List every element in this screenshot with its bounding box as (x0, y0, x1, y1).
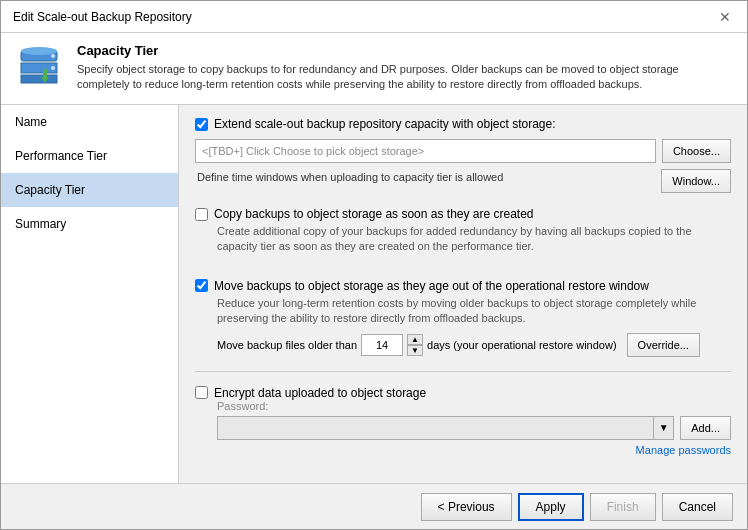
finish-button[interactable]: Finish (590, 493, 656, 521)
password-label: Password: (217, 400, 731, 412)
close-button[interactable]: ✕ (715, 9, 735, 25)
sidebar-item-performance-tier[interactable]: Performance Tier (1, 139, 178, 173)
apply-button[interactable]: Apply (518, 493, 584, 521)
previous-button[interactable]: < Previous (421, 493, 512, 521)
extend-checkbox-label[interactable]: Extend scale-out backup repository capac… (195, 117, 556, 131)
object-storage-row: Choose... (195, 139, 731, 163)
sidebar: Name Performance Tier Capacity Tier Summ… (1, 105, 179, 483)
cancel-button[interactable]: Cancel (662, 493, 733, 521)
password-dropdown-btn[interactable]: ▼ (654, 416, 674, 440)
add-password-button[interactable]: Add... (680, 416, 731, 440)
sidebar-item-name[interactable]: Name (1, 105, 178, 139)
footer: < Previous Apply Finish Cancel (1, 483, 747, 529)
sidebar-item-summary[interactable]: Summary (1, 207, 178, 241)
choose-button[interactable]: Choose... (662, 139, 731, 163)
encrypt-section: Encrypt data uploaded to object storage … (195, 382, 731, 460)
capacity-tier-icon (15, 43, 63, 91)
spinner-down[interactable]: ▼ (407, 345, 423, 356)
password-input[interactable] (217, 416, 654, 440)
move-days-suffix: days (your operational restore window) (427, 339, 617, 351)
move-older-label: Move backup files older than (217, 339, 357, 351)
move-description: Reduce your long-term retention costs by… (217, 296, 731, 327)
encrypt-checkbox-label[interactable]: Encrypt data uploaded to object storage (195, 386, 731, 400)
separator (195, 371, 731, 372)
svg-point-7 (51, 66, 55, 70)
manage-passwords-link[interactable]: Manage passwords (195, 444, 731, 456)
header-title: Capacity Tier (77, 43, 733, 58)
sidebar-item-capacity-tier[interactable]: Capacity Tier (1, 173, 178, 207)
extend-checkbox[interactable] (195, 118, 208, 131)
content-area: Name Performance Tier Capacity Tier Summ… (1, 105, 747, 483)
password-row: ▼ Add... (217, 416, 731, 440)
svg-point-6 (51, 54, 55, 58)
move-checkbox[interactable] (195, 279, 208, 292)
copy-description: Create additional copy of your backups f… (217, 224, 731, 255)
copy-checkbox[interactable] (195, 208, 208, 221)
window-button[interactable]: Window... (661, 169, 731, 193)
override-button[interactable]: Override... (627, 333, 700, 357)
move-checkbox-label[interactable]: Move backups to object storage as they a… (195, 279, 731, 293)
spinner-up[interactable]: ▲ (407, 334, 423, 345)
header-section: Capacity Tier Specify object storage to … (1, 33, 747, 105)
window-row: Define time windows when uploading to ca… (195, 169, 731, 193)
header-text: Capacity Tier Specify object storage to … (77, 43, 733, 93)
svg-rect-3 (21, 75, 57, 83)
header-description: Specify object storage to copy backups t… (77, 62, 733, 93)
move-older-row: Move backup files older than ▲ ▼ days (y… (217, 333, 731, 357)
dialog-title: Edit Scale-out Backup Repository (13, 10, 192, 24)
move-days-input[interactable] (361, 334, 403, 356)
extend-row: Extend scale-out backup repository capac… (195, 117, 731, 131)
copy-section: Copy backups to object storage as soon a… (195, 203, 731, 265)
move-section: Move backups to object storage as they a… (195, 275, 731, 361)
title-bar: Edit Scale-out Backup Repository ✕ (1, 1, 747, 33)
svg-point-1 (21, 47, 57, 55)
window-info-text: Define time windows when uploading to ca… (197, 171, 655, 183)
svg-rect-5 (43, 69, 47, 77)
main-panel: Extend scale-out backup repository capac… (179, 105, 747, 483)
object-storage-input[interactable] (195, 139, 656, 163)
encrypt-checkbox[interactable] (195, 386, 208, 399)
spinner-group: ▲ ▼ (407, 334, 423, 356)
dialog: Edit Scale-out Backup Repository ✕ Capac… (0, 0, 748, 530)
copy-checkbox-label[interactable]: Copy backups to object storage as soon a… (195, 207, 731, 221)
